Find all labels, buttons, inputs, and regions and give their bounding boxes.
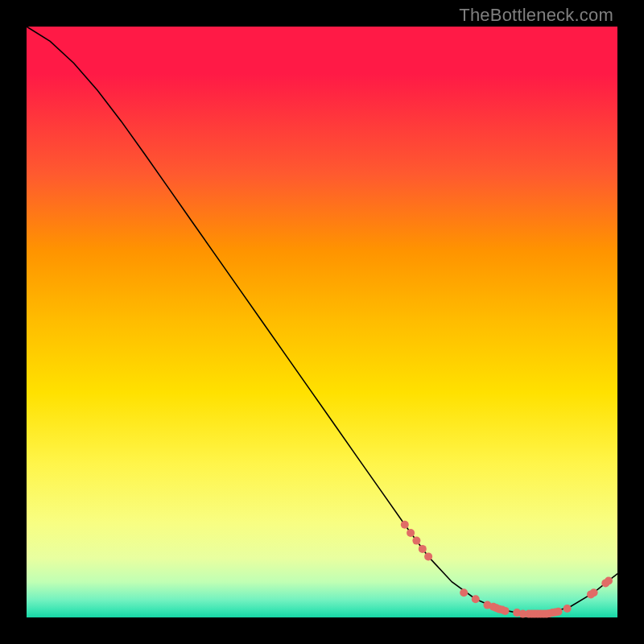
chart-point (460, 588, 468, 597)
chart-point (590, 588, 598, 597)
chart-point (401, 521, 409, 529)
chart-point (472, 595, 480, 603)
chart-point (412, 537, 420, 545)
chart-point (502, 607, 510, 615)
chart-plot (27, 27, 617, 617)
chart-point (564, 605, 572, 613)
chart-point (555, 608, 563, 616)
chart-point (419, 545, 427, 553)
chart-point (605, 577, 613, 585)
chart-frame: TheBottleneck.com (0, 0, 644, 644)
chart-line (27, 27, 617, 614)
watermark-text: TheBottleneck.com (459, 5, 613, 26)
chart-point (424, 552, 432, 560)
chart-point-markers (401, 521, 613, 618)
chart-point (407, 529, 415, 537)
